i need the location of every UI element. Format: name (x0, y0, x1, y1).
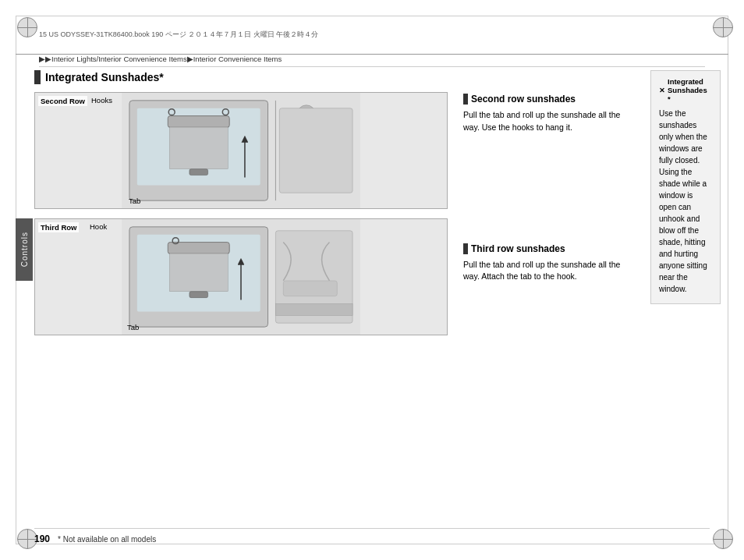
file-info: 15 US ODYSSEY-31TK86400.book 190 ページ ２０１… (39, 30, 705, 40)
notice-title: ✕ Integrated Sunshades * (659, 77, 712, 103)
second-row-illustration (35, 93, 447, 208)
notice-heading: Integrated Sunshades * (668, 77, 712, 103)
hooks-label: Hooks (91, 96, 112, 105)
svg-rect-12 (279, 108, 353, 193)
svg-rect-3 (168, 116, 229, 128)
svg-rect-23 (283, 281, 337, 296)
third-row-image: Third Row Hook Tab (34, 218, 448, 335)
notice-box: ✕ Integrated Sunshades * Use the sunshad… (650, 70, 721, 304)
controls-tab: Controls (16, 218, 33, 281)
footer-note: * Not available on all models (58, 535, 156, 544)
notice-x-icon: ✕ (659, 87, 665, 94)
left-column: Integrated Sunshades* (34, 70, 448, 521)
third-row-label: Third Row (38, 222, 79, 232)
page-number: 190 (34, 533, 50, 544)
svg-rect-5 (190, 169, 208, 175)
hook-label: Hook (90, 222, 107, 231)
section-heading: Integrated Sunshades* (45, 71, 164, 83)
text-content: Second row sunshades Pull the tab and ro… (463, 70, 635, 521)
svg-rect-22 (275, 304, 353, 316)
second-row-image: Second Row Hooks Tab (34, 92, 448, 209)
subsection-bar-2 (463, 243, 468, 254)
second-row-body: Pull the tab and roll up the sunshade al… (463, 109, 635, 134)
svg-rect-4 (169, 126, 228, 168)
second-row-text-section: Second row sunshades Pull the tab and ro… (463, 94, 635, 134)
controls-label: Controls (20, 232, 29, 267)
corner-bottom-right (713, 529, 727, 543)
main-content: Integrated Sunshades* (34, 70, 721, 521)
third-row-illustration (35, 219, 447, 335)
section-title: Integrated Sunshades* (34, 70, 448, 84)
footer: 190 * Not available on all models (34, 528, 710, 544)
second-row-label: Second Row (38, 96, 87, 106)
third-row-subtitle: Third row sunshades (463, 243, 635, 254)
third-row-heading: Third row sunshades (471, 243, 565, 254)
svg-rect-18 (190, 292, 208, 298)
second-row-heading: Second row sunshades (471, 94, 576, 105)
second-row-subtitle: Second row sunshades (463, 94, 635, 105)
corner-bottom-left (17, 529, 31, 543)
tab-label-top: Tab (129, 197, 140, 205)
notice-body: Use the sunshades only when the windows … (659, 108, 712, 295)
third-row-text-section: Third row sunshades Pull the tab and rol… (463, 243, 635, 284)
svg-rect-17 (169, 253, 228, 291)
subsection-bar-1 (463, 94, 468, 105)
header: 15 US ODYSSEY-31TK86400.book 190 ページ ２０１… (16, 16, 728, 55)
breadcrumb: ▶▶Interior Lights/Interior Convenience I… (39, 55, 705, 67)
third-row-body: Pull the tab and roll up the sunshade al… (463, 259, 635, 284)
tab-label-bottom: Tab (127, 323, 139, 331)
section-title-bar (34, 70, 41, 84)
right-column: ✕ Integrated Sunshades * Use the sunshad… (650, 70, 721, 521)
